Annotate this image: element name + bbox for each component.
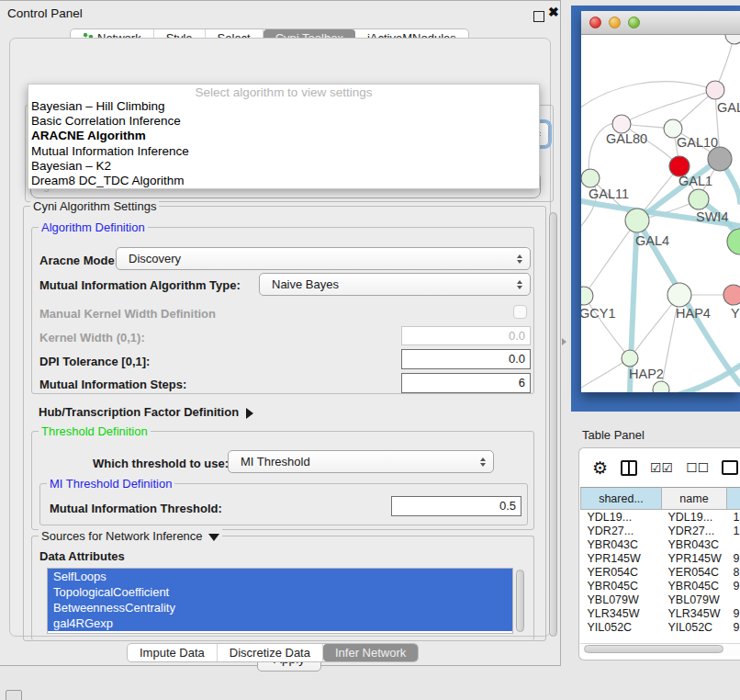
- algorithm-option[interactable]: ARACNE Algorithm: [28, 129, 539, 143]
- deselect-all-checkboxes-icon[interactable]: ☐☐: [686, 460, 709, 475]
- attribute-item[interactable]: gal4RGexp: [48, 615, 512, 631]
- network-edge[interactable]: [581, 358, 630, 392]
- column-header[interactable]: shared...: [581, 488, 662, 510]
- network-node[interactable]: [653, 381, 669, 392]
- algorithm-option[interactable]: Dream8 DC_TDC Algorithm: [28, 174, 539, 188]
- column-header[interactable]: [727, 488, 740, 510]
- threshold-definition-group: Threshold Definition Which threshold to …: [31, 431, 534, 530]
- table-row[interactable]: YDL19...YDL19...13: [581, 510, 740, 525]
- data-attributes-list: SelfLoopsTopologicalCoefficientBetweenne…: [47, 568, 513, 634]
- table-cell: YER054C: [662, 565, 727, 579]
- node-label: GCY1: [581, 306, 616, 321]
- float-window-icon[interactable]: [533, 11, 544, 22]
- close-icon[interactable]: ✖: [548, 5, 559, 19]
- network-node[interactable]: [706, 81, 724, 99]
- combo-arrows-icon: [477, 457, 489, 467]
- node-label: HAP4: [676, 306, 711, 321]
- kernel-width-label: Kernel Width (0,1):: [39, 331, 145, 344]
- aracne-mode-combo[interactable]: Discovery: [116, 247, 531, 270]
- algorithm-option[interactable]: Bayesian – Hill Climbing: [28, 99, 539, 114]
- network-node[interactable]: [689, 189, 709, 209]
- mi-steps-field[interactable]: 6: [401, 373, 531, 393]
- collapsed-panel-icon[interactable]: [6, 690, 22, 700]
- which-threshold-combo[interactable]: MI Threshold: [228, 450, 494, 473]
- table-cell: YBL079W: [581, 593, 662, 606]
- network-edge[interactable]: [584, 220, 637, 296]
- algorithm-option[interactable]: Mutual Information Inference: [28, 144, 539, 159]
- network-node[interactable]: [667, 283, 691, 307]
- sources-toggle[interactable]: Sources for Network Inference: [39, 529, 222, 543]
- table-row[interactable]: YIL052CYIL052C9.: [581, 620, 740, 634]
- node-label: SWI4: [696, 209, 728, 224]
- network-edge[interactable]: [622, 90, 715, 124]
- table-row[interactable]: YLR345WYLR345W9.: [581, 606, 740, 620]
- tab-discretize-data[interactable]: Discretize Data: [218, 644, 323, 661]
- network-node[interactable]: [581, 287, 593, 305]
- table-row[interactable]: YDR27...YDR27...12: [581, 524, 740, 537]
- network-canvas[interactable]: GALGAL80GAL10GAL1GAL11SWI4GAL4GCY1HAP4YH…: [581, 35, 740, 392]
- network-node[interactable]: [727, 229, 740, 254]
- close-traffic-light-icon[interactable]: [589, 17, 601, 28]
- mi-threshold-group: MI Threshold Definition Mutual Informati…: [39, 483, 528, 525]
- splitter-arrow-icon[interactable]: [562, 338, 566, 345]
- network-node[interactable]: [708, 147, 732, 171]
- select-all-checkboxes-icon[interactable]: ☑☑: [650, 460, 673, 475]
- tab-label: Infer Network: [335, 646, 406, 660]
- node-label: GAL10: [677, 135, 718, 150]
- mi-threshold-title: MI Threshold Definition: [47, 477, 174, 491]
- mi-type-combo[interactable]: Naive Bayes: [259, 273, 531, 296]
- tab-impute-data[interactable]: Impute Data: [128, 644, 218, 661]
- zoom-traffic-light-icon[interactable]: [628, 17, 640, 28]
- network-node[interactable]: [581, 169, 600, 187]
- table-cell: YBL079W: [662, 593, 727, 606]
- table-cell: YBR043C: [662, 537, 727, 551]
- network-node[interactable]: [625, 209, 649, 232]
- mi-threshold-field[interactable]: 0.5: [391, 496, 521, 516]
- table-row[interactable]: YBL079WYBL079W: [581, 593, 740, 606]
- settings-group-title: Cyni Algorithm Settings: [30, 199, 159, 213]
- attribute-item[interactable]: BetweennessCentrality: [48, 600, 512, 615]
- table-cell: 9.: [727, 579, 740, 593]
- table-cell: 13: [727, 510, 740, 525]
- network-graph[interactable]: GALGAL80GAL10GAL1GAL11SWI4GAL4GCY1HAP4YH…: [581, 35, 740, 392]
- table-row[interactable]: YER054CYER054C8.: [581, 565, 740, 579]
- attributes-list-scrollbar[interactable]: [516, 570, 524, 632]
- manual-kernel-checkbox[interactable]: [513, 305, 527, 319]
- table-row[interactable]: YPR145WYPR145W9.: [581, 551, 740, 565]
- node-table[interactable]: shared...name YDL19...YDL19...13YDR27...…: [580, 487, 740, 634]
- network-node[interactable]: [612, 115, 631, 133]
- network-edge[interactable]: [581, 82, 715, 116]
- table-row[interactable]: YBR045CYBR045C9.: [581, 579, 740, 593]
- data-attributes-label: Data Attributes: [39, 549, 125, 563]
- algorithm-option[interactable]: Bayesian – K2: [28, 159, 539, 174]
- minimize-traffic-light-icon[interactable]: [609, 17, 621, 28]
- table-cell: YPR145W: [662, 551, 727, 565]
- network-window-titlebar[interactable]: [581, 11, 740, 35]
- attribute-item[interactable]: TopologicalCoefficient: [48, 584, 512, 600]
- network-node[interactable]: [723, 285, 740, 305]
- cyni-algorithm-settings-group: Cyni Algorithm Settings Algorithm Defini…: [23, 206, 546, 641]
- split-columns-icon[interactable]: [621, 460, 637, 476]
- table-hscroll-thumb[interactable]: [584, 645, 723, 653]
- dpi-tolerance-field[interactable]: 0.0: [401, 349, 531, 369]
- network-node[interactable]: [622, 350, 638, 367]
- kernel-width-field[interactable]: 0.0: [401, 326, 531, 345]
- network-node[interactable]: [725, 35, 740, 44]
- table-cell: 12: [727, 524, 740, 537]
- combo-arrows-icon: [513, 254, 526, 264]
- tab-infer-network[interactable]: Infer Network: [323, 644, 418, 661]
- table-cell: YIL052C: [581, 620, 662, 634]
- table-cell: YBR045C: [662, 579, 727, 593]
- algorithm-option[interactable]: Basic Correlation Inference: [28, 114, 539, 129]
- settings-gear-icon[interactable]: ⚙: [592, 457, 608, 479]
- table-row[interactable]: YBR043CYBR043C: [581, 537, 740, 551]
- hub-definition-toggle[interactable]: Hub/Transcription Factor Definition: [39, 405, 253, 419]
- attribute-item[interactable]: SelfLoops: [48, 569, 512, 584]
- sources-group: Sources for Network Inference Data Attri…: [31, 536, 534, 640]
- column-header[interactable]: name: [662, 488, 727, 510]
- export-table-icon[interactable]: [722, 460, 738, 475]
- table-cell: YBR043C: [581, 537, 662, 551]
- settings-scrollbar[interactable]: [549, 212, 557, 637]
- dropdown-placeholder: Select algorithm to view settings: [28, 85, 539, 99]
- algorithm-definition-group: Algorithm Definition Aracne Mode: Discov…: [31, 227, 534, 394]
